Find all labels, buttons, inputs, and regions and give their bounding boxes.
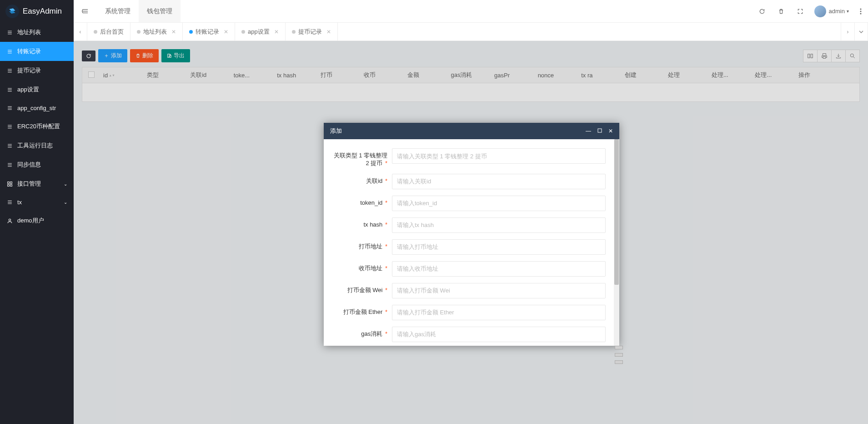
list-icon bbox=[6, 49, 13, 55]
tab-1[interactable]: 地址列表✕ bbox=[130, 23, 183, 40]
trash-icon bbox=[778, 8, 784, 15]
tab-scroll-left[interactable]: ‹ bbox=[74, 23, 87, 40]
form-input-6[interactable] bbox=[392, 283, 606, 298]
header-nav-1[interactable]: 钱包管理 bbox=[139, 0, 181, 22]
tab-menu[interactable] bbox=[854, 23, 868, 40]
list-icon bbox=[6, 124, 13, 130]
tab-0[interactable]: 后台首页 bbox=[87, 23, 130, 40]
sidebar-item-4[interactable]: app_config_str bbox=[0, 99, 74, 117]
tab-label: app设置 bbox=[248, 28, 270, 36]
user-menu[interactable]: admin ▾ bbox=[810, 0, 853, 22]
form-row-1: 关联id * bbox=[333, 174, 606, 189]
form-row-8: gas消耗 * bbox=[333, 327, 606, 342]
modal-minimize-button[interactable]: — bbox=[586, 128, 591, 134]
list-icon bbox=[6, 30, 13, 35]
sidebar-item-7[interactable]: 同步信息 bbox=[0, 155, 74, 174]
required-mark: * bbox=[385, 177, 387, 184]
chevron-down-icon: ⌄ bbox=[64, 182, 67, 187]
form-label: 关联id * bbox=[333, 174, 392, 185]
tab-4[interactable]: 提币记录✕ bbox=[286, 23, 338, 40]
brand-icon bbox=[5, 5, 19, 18]
sidebar-item-2[interactable]: 提币记录 bbox=[0, 61, 74, 80]
tab-close-button[interactable]: ✕ bbox=[326, 29, 331, 35]
required-mark: * bbox=[385, 221, 387, 228]
more-button[interactable] bbox=[853, 0, 868, 22]
modal-header[interactable]: 添加 — ✕ bbox=[324, 123, 619, 139]
form-input-7[interactable] bbox=[392, 305, 606, 320]
tab-label: 转账记录 bbox=[196, 28, 219, 36]
sidebar-item-label: ERC20币种配置 bbox=[17, 122, 60, 131]
grid-icon bbox=[6, 181, 13, 187]
list-icon bbox=[6, 162, 13, 168]
refresh-icon bbox=[759, 8, 765, 15]
collapse-sidebar-button[interactable] bbox=[74, 0, 97, 22]
sidebar-item-label: tx bbox=[17, 199, 22, 206]
more-vertical-icon bbox=[860, 8, 862, 15]
sidebar-item-label: 提币记录 bbox=[17, 66, 41, 75]
sidebar-item-9[interactable]: tx⌄ bbox=[0, 193, 74, 211]
sidebar-item-label: 工具运行日志 bbox=[17, 141, 53, 150]
modal-maximize-button[interactable] bbox=[597, 128, 602, 134]
sidebar-item-10[interactable]: demo用户 bbox=[0, 211, 74, 230]
tab-dot-icon bbox=[189, 30, 193, 34]
sidebar-item-label: 接口管理 bbox=[17, 180, 41, 188]
sidebar-item-3[interactable]: app设置 bbox=[0, 80, 74, 99]
form-row-7: 打币金额 Ether * bbox=[333, 305, 606, 320]
tab-dot-icon bbox=[241, 30, 245, 34]
list-icon bbox=[6, 199, 13, 205]
tab-3[interactable]: app设置✕ bbox=[235, 23, 286, 40]
tab-close-button[interactable]: ✕ bbox=[171, 29, 176, 35]
svg-point-4 bbox=[9, 219, 10, 221]
scrollbar-thumb[interactable] bbox=[614, 139, 619, 285]
fullscreen-button[interactable] bbox=[791, 0, 810, 22]
list-icon bbox=[6, 68, 13, 74]
tab-dot-icon bbox=[137, 30, 140, 34]
chevron-down-icon: ⌄ bbox=[64, 200, 67, 205]
required-mark: * bbox=[385, 330, 387, 337]
form-input-0[interactable] bbox=[392, 148, 606, 164]
list-icon bbox=[6, 87, 13, 93]
svg-point-7 bbox=[860, 13, 862, 14]
svg-rect-0 bbox=[7, 182, 9, 183]
sidebar-item-6[interactable]: 工具运行日志 bbox=[0, 136, 74, 155]
form-label: tx hash * bbox=[333, 217, 392, 229]
required-mark: * bbox=[385, 308, 387, 315]
form-input-5[interactable] bbox=[392, 261, 606, 277]
modal-scrollbar[interactable] bbox=[614, 139, 619, 346]
list-icon bbox=[6, 105, 13, 111]
svg-rect-1 bbox=[10, 182, 12, 183]
sidebar-item-0[interactable]: 地址列表 bbox=[0, 23, 74, 42]
form-input-1[interactable] bbox=[392, 174, 606, 189]
form-input-2[interactable] bbox=[392, 196, 606, 211]
header-nav-0[interactable]: 系统管理 bbox=[97, 0, 139, 22]
resize-handle[interactable] bbox=[615, 346, 623, 364]
form-input-3[interactable] bbox=[392, 217, 606, 233]
add-modal: 添加 — ✕ 关联类型 1 零钱整理 2 提币 *关联id *token_id … bbox=[324, 123, 619, 346]
modal-body: 关联类型 1 零钱整理 2 提币 *关联id *token_id *tx has… bbox=[324, 139, 619, 346]
user-icon bbox=[6, 218, 13, 224]
modal-close-button[interactable]: ✕ bbox=[608, 128, 613, 134]
brand-logo[interactable]: EasyAdmin bbox=[0, 0, 74, 23]
required-mark: * bbox=[385, 265, 387, 272]
modal-title: 添加 bbox=[330, 127, 342, 135]
sidebar-item-label: 同步信息 bbox=[17, 161, 41, 169]
sidebar-item-8[interactable]: 接口管理⌄ bbox=[0, 174, 74, 193]
clear-button[interactable] bbox=[772, 0, 791, 22]
tab-close-button[interactable]: ✕ bbox=[224, 29, 228, 35]
refresh-button[interactable] bbox=[753, 0, 772, 22]
svg-point-5 bbox=[860, 8, 862, 10]
svg-point-6 bbox=[860, 10, 862, 12]
tab-close-button[interactable]: ✕ bbox=[274, 29, 279, 35]
menu-icon bbox=[82, 8, 89, 15]
form-row-0: 关联类型 1 零钱整理 2 提币 * bbox=[333, 148, 606, 167]
tab-2[interactable]: 转账记录✕ bbox=[183, 23, 235, 40]
sidebar-item-5[interactable]: ERC20币种配置 bbox=[0, 117, 74, 136]
tab-scroll-right[interactable]: › bbox=[841, 23, 854, 40]
form-input-4[interactable] bbox=[392, 239, 606, 255]
form-input-8[interactable] bbox=[392, 327, 606, 342]
tab-dot-icon bbox=[94, 30, 97, 34]
required-mark: * bbox=[385, 199, 387, 206]
side-menu: 地址列表转账记录提币记录app设置app_config_strERC20币种配置… bbox=[0, 23, 74, 424]
svg-rect-3 bbox=[10, 184, 12, 186]
sidebar-item-1[interactable]: 转账记录 bbox=[0, 42, 74, 61]
